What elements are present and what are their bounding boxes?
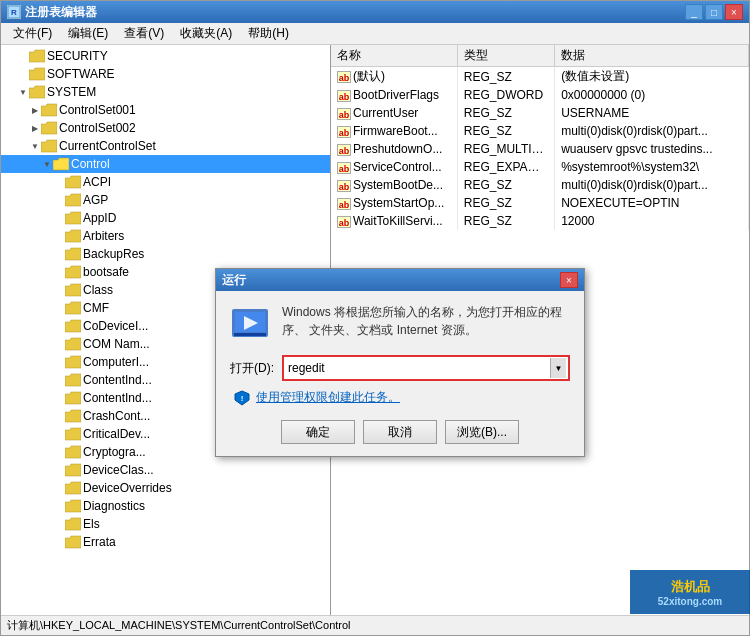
tree-node-appid[interactable]: AppID [1,209,330,227]
expander-diagnostics [53,500,65,512]
svg-marker-14 [65,266,81,278]
close-button[interactable]: × [725,4,743,20]
folder-icon-crashcont [65,409,81,423]
node-label-currentcontrolset: CurrentControlSet [59,139,156,153]
table-row[interactable]: abCurrentUserREG_SZUSERNAME [331,104,749,122]
reg-value-name: SystemBootDe... [353,178,443,192]
folder-icon-controlset001 [41,103,57,117]
svg-marker-20 [65,374,81,386]
svg-marker-16 [65,302,81,314]
menu-favorites[interactable]: 收藏夹(A) [172,23,240,44]
maximize-button[interactable]: □ [705,4,723,20]
menu-view[interactable]: 查看(V) [116,23,172,44]
col-header-data[interactable]: 数据 [555,45,749,67]
svg-marker-7 [41,140,57,152]
folder-icon-cmf [65,301,81,315]
dialog-open-input[interactable] [286,360,548,376]
table-row[interactable]: abWaitToKillServi...REG_SZ12000 [331,212,749,230]
tree-node-acpi[interactable]: ACPI [1,173,330,191]
col-header-type[interactable]: 类型 [457,45,554,67]
folder-icon-computeri [65,355,81,369]
window-title: 注册表编辑器 [25,4,97,21]
table-row[interactable]: abSystemBootDe...REG_SZmulti(0)disk(0)rd… [331,176,749,194]
folder-icon-security [29,49,45,63]
node-label-bootsafe: bootsafe [83,265,129,279]
expander-agp [53,194,65,206]
expander-crashcont [53,410,65,422]
folder-icon-currentcontrolset [41,139,57,153]
tree-node-controlset002[interactable]: ▶ ControlSet002 [1,119,330,137]
table-row[interactable]: abPreshutdownO...REG_MULTI_SZwuauserv gp… [331,140,749,158]
dialog-open-row: 打开(D): ▼ [230,355,570,381]
minimize-button[interactable]: _ [685,4,703,20]
expander-errata [53,536,65,548]
tree-node-control[interactable]: ▼ Control [1,155,330,173]
tree-node-currentcontrolset[interactable]: ▼ CurrentControlSet [1,137,330,155]
tree-node-backupres[interactable]: BackupRes [1,245,330,263]
col-header-name[interactable]: 名称 [331,45,457,67]
status-path: 计算机\HKEY_LOCAL_MACHINE\SYSTEM\CurrentCon… [7,618,351,633]
tree-node-arbiters[interactable]: Arbiters [1,227,330,245]
tree-node-errata[interactable]: Errata [1,533,330,551]
admin-text[interactable]: 使用管理权限创建此任务。 [256,389,400,406]
reg-value-type: REG_SZ [457,212,554,230]
expander-appid [53,212,65,224]
table-row[interactable]: abSystemStartOp...REG_SZNOEXECUTE=OPTIN [331,194,749,212]
tree-node-system[interactable]: ▼ SYSTEM [1,83,330,101]
folder-icon-deviceoverrides [65,481,81,495]
expander-control[interactable]: ▼ [41,158,53,170]
node-label-backupres: BackupRes [83,247,144,261]
reg-value-icon: ab [337,144,351,156]
expander-deviceclas [53,464,65,476]
node-label-cmf: CMF [83,301,109,315]
ok-button[interactable]: 确定 [281,420,355,444]
folder-icon-bootsafe [65,265,81,279]
svg-marker-27 [65,500,81,512]
tree-node-deviceoverrides[interactable]: DeviceOverrides [1,479,330,497]
node-label-appid: AppID [83,211,116,225]
reg-value-data: NOEXECUTE=OPTIN [555,194,749,212]
table-row[interactable]: abFirmwareBoot...REG_SZmulti(0)disk(0)rd… [331,122,749,140]
folder-icon-contentind1 [65,373,81,387]
expander-currentcontrolset[interactable]: ▼ [29,140,41,152]
tree-node-software[interactable]: SOFTWARE [1,65,330,83]
svg-marker-25 [65,464,81,476]
reg-value-type: REG_SZ [457,104,554,122]
menu-edit[interactable]: 编辑(E) [60,23,116,44]
svg-marker-24 [65,446,81,458]
dialog-dropdown-button[interactable]: ▼ [550,358,566,378]
tree-node-security[interactable]: SECURITY [1,47,330,65]
browse-button[interactable]: 浏览(B)... [445,420,519,444]
expander-class [53,284,65,296]
cancel-button[interactable]: 取消 [363,420,437,444]
folder-icon-agp [65,193,81,207]
reg-value-icon: ab [337,180,351,192]
dialog-body: Windows 将根据您所输入的名称，为您打开相应的程序、 文件夹、文档或 In… [216,291,584,456]
tree-node-controlset001[interactable]: ▶ ControlSet001 [1,101,330,119]
tree-node-deviceclas[interactable]: DeviceClas... [1,461,330,479]
reg-value-name: FirmwareBoot... [353,124,438,138]
svg-marker-22 [65,410,81,422]
reg-value-type: REG_SZ [457,67,554,87]
reg-value-name: WaitToKillServi... [353,214,443,228]
table-row[interactable]: abServiceControl...REG_EXPAND_SZ%systemr… [331,158,749,176]
folder-icon-deviceclas [65,463,81,477]
table-row[interactable]: abBootDriverFlagsREG_DWORD0x00000000 (0) [331,86,749,104]
folder-icon-backupres [65,247,81,261]
expander-system[interactable]: ▼ [17,86,29,98]
reg-value-data: (数值未设置) [555,67,749,87]
node-label-acpi: ACPI [83,175,111,189]
watermark: 浩机品 52xitong.com [630,570,750,614]
svg-marker-23 [65,428,81,440]
dialog-close-button[interactable]: × [560,272,578,288]
tree-node-agp[interactable]: AGP [1,191,330,209]
tree-node-els[interactable]: Els [1,515,330,533]
reg-value-name: (默认) [353,69,385,83]
status-bar: 计算机\HKEY_LOCAL_MACHINE\SYSTEM\CurrentCon… [1,615,749,635]
table-row[interactable]: ab(默认)REG_SZ(数值未设置) [331,67,749,87]
reg-value-name: CurrentUser [353,106,418,120]
tree-node-diagnostics[interactable]: Diagnostics [1,497,330,515]
node-label-agp: AGP [83,193,108,207]
menu-file[interactable]: 文件(F) [5,23,60,44]
menu-help[interactable]: 帮助(H) [240,23,297,44]
